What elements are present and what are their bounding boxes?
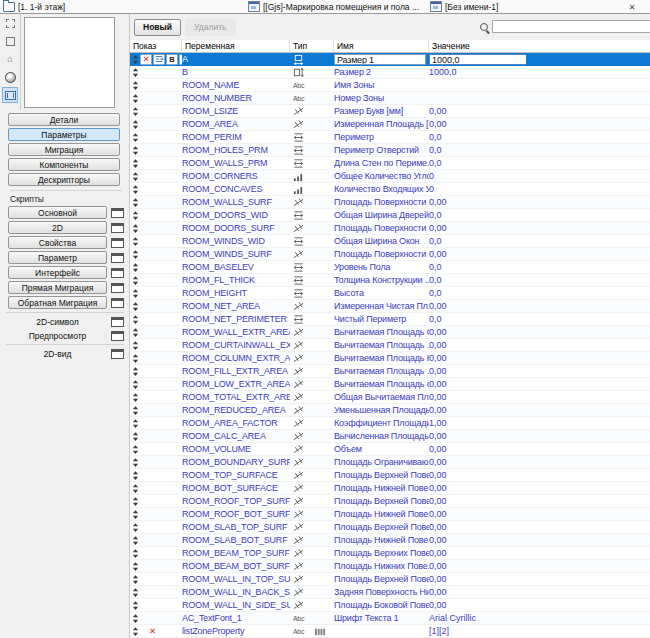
object-preview-pane[interactable] [24,17,115,108]
dashed-square-icon[interactable] [2,15,18,31]
table-row[interactable]: BРазмер 21000,0 [130,66,650,79]
3d-sphere-icon[interactable] [2,69,18,85]
table-row[interactable]: AC_TextFont_1AbcШрифт Текста 1Arial Cyri… [130,612,650,625]
column-header-show[interactable]: Показ [130,40,182,52]
delete-parameter-button[interactable]: Удалить [185,19,235,36]
script-master[interactable]: Основной [8,206,107,219]
parameter-variable: ROOM_PERIM [182,132,290,142]
table-row[interactable]: ROOM_TOTAL_EXTR_AREAОбщая Вычитаемая Пл.… [130,391,650,404]
script-properties[interactable]: Свойства [8,236,107,249]
table-row[interactable]: ROOM_WALL_IN_SIDE_SURFПлощадь Боковой По… [130,599,650,612]
table-row[interactable]: ROOM_REDUCED_AREAУменьшенная Площадь0,00 [130,404,650,417]
column-header-name[interactable]: Имя [334,40,429,52]
table-row[interactable]: ROOM_TOP_SURFACEПлощадь Верхней Пове...0… [130,469,650,482]
window-preview[interactable]: Предпросмотр [8,331,124,341]
window-2d-view[interactable]: 2D-вид [8,349,124,359]
script-2d[interactable]: 2D [8,221,107,234]
show-cell [130,275,182,286]
parameter-variable: ROOM_WINDS_WID [182,236,290,246]
table-row[interactable]: ROOM_AREAИзмеренная Площадь [...0,00 [130,118,650,131]
table-row[interactable]: ROOM_PERIMПериметр0,0 [130,131,650,144]
elevation-view-icon[interactable]: ⌂ [2,51,18,67]
table-row[interactable]: ROOM_DOORS_WIDОбщая Ширина Дверей0,0 [130,209,650,222]
parameter-name: Вычитаемая Площадь с... [334,379,429,389]
table-row[interactable]: ROOM_HOLES_PRMПериметр Отверстий0,0 [130,144,650,157]
open-window-icon[interactable] [111,268,124,278]
open-window-icon[interactable] [111,283,124,293]
table-row[interactable]: ✕listZonePropertyAbc[1][2] [130,625,650,638]
table-row[interactable]: ROOM_CORNERSОбщее Количество Углов0 [130,170,650,183]
column-header-type[interactable]: Тип [290,40,334,52]
2d-frame-icon[interactable] [2,87,18,103]
open-window-icon[interactable] [111,208,124,218]
table-row[interactable]: ROOM_WALL_EXTR_AREAВычитаемая Площадь С.… [130,326,650,339]
table-row[interactable]: ROOM_CURTAINWALL_EXTR_...Вычитаемая Площ… [130,339,650,352]
sidebar-item-parameters[interactable]: Параметры [8,128,120,141]
search-input[interactable] [492,20,650,33]
delete-parameter-x-icon[interactable]: ✕ [140,54,152,65]
name-edit-field[interactable]: Размер 1 [334,54,426,65]
open-window-icon[interactable] [111,298,124,308]
parameter-value: 1,00 [429,418,526,428]
parameter-value: 0,00 [429,340,526,350]
parameter-type-cell: Abc [290,628,314,635]
column-header-variable[interactable]: Переменная [182,40,290,52]
table-row[interactable]: ROOM_COLUMN_EXTR_AREAВычитаемая Площадь … [130,352,650,365]
table-row[interactable]: ROOM_SLAB_BOT_SURFПлощадь Нижней Пове...… [130,534,650,547]
square-icon[interactable] [2,33,18,49]
table-row[interactable]: ROOM_BEAM_TOP_SURFПлощадь Верхних Пове..… [130,547,650,560]
table-row[interactable]: ROOM_CONCAVESКоличество Входящих У...0 [130,183,650,196]
table-row[interactable]: ROOM_FL_THICKТолщина Конструкции ...0,0 [130,274,650,287]
table-row[interactable]: ROOM_LOW_EXTR_AREAВычитаемая Площадь с..… [130,378,650,391]
table-row[interactable]: ROOM_NUMBERAbcНомер Зоны [130,92,650,105]
sidebar-item-components[interactable]: Компоненты [8,158,120,171]
table-row[interactable]: ROOM_CALC_AREAВычисленная Площадь0,00 [130,430,650,443]
tab-floor-plan[interactable]: [1. 1-й этаж] [3,0,65,13]
new-parameter-button[interactable]: Новый [134,19,181,36]
table-row[interactable]: ROOM_BOT_SURFACEПлощадь Нижней Пове...0,… [130,482,650,495]
open-window-icon[interactable] [111,223,124,233]
real-type-icon [293,600,304,611]
length-type-icon [293,236,304,247]
open-window-icon[interactable] [111,253,124,263]
sidebar-item-descriptors[interactable]: Дескрипторы [8,173,120,186]
column-header-value[interactable]: Значение [429,40,526,52]
table-row[interactable]: ROOM_WALL_IN_BACK_SURFЗадняя Поверхность… [130,586,650,599]
close-icon[interactable]: ✕ [626,1,638,13]
sidebar-item-migration[interactable]: Миграция [8,143,120,156]
value-edit-field[interactable]: 1000,0 [429,54,526,65]
table-row[interactable]: ROOM_HEIGHTВысота0,0 [130,287,650,300]
table-row[interactable]: ROOM_WALLS_SURFПлощадь Поверхности ...0,… [130,196,650,209]
table-row[interactable]: ROOM_VOLUMEОбъем0,00 [130,443,650,456]
table-row[interactable]: ROOM_SLAB_TOP_SURFПлощадь Верхней Пове..… [130,521,650,534]
table-row[interactable]: ✕BUAРазмер 11000,0 [130,53,650,66]
script-forward-migration[interactable]: Прямая Миграция [8,281,107,294]
table-row[interactable]: ROOM_NAMEAbcИмя Зоны [130,79,650,92]
table-row[interactable]: ROOM_ROOF_TOP_SURFПлощадь Верхней Пове..… [130,495,650,508]
tab-untitled[interactable]: [Без имени-1] [430,0,498,13]
window-2d-symbol[interactable]: 2D-символ [8,317,124,327]
bold-toggle[interactable]: B [166,54,178,65]
tab-gdl-object[interactable]: [[Gjs]-Маркировка помещения и пола ... [248,0,419,13]
script-interface[interactable]: Интерфейс [8,266,107,279]
table-row[interactable]: ROOM_WALLS_PRMДлина Стен по Периме...0,0 [130,157,650,170]
table-row[interactable]: ROOM_NET_PERIMETERЧистый Периметр0,0 [130,313,650,326]
sidebar-item-details[interactable]: Детали [8,113,120,126]
table-row[interactable]: ROOM_NET_AREAИзмеренная Чистая Пл...0,00 [130,300,650,313]
table-row[interactable]: ROOM_AREA_FACTORКоэффициент Площади...1,… [130,417,650,430]
table-row[interactable]: ROOM_BASELEVУровень Пола0,0 [130,261,650,274]
table-row[interactable]: ROOM_WINDS_SURFПлощадь Поверхности ...0,… [130,248,650,261]
table-row[interactable]: ROOM_BOUNDARY_SURFПлощадь Ограничиваю...… [130,456,650,469]
table-row[interactable]: ROOM_BEAM_BOT_SURFПлощадь Нижних Пове...… [130,560,650,573]
open-window-icon[interactable] [111,238,124,248]
table-row[interactable]: ROOM_DOORS_SURFПлощадь Поверхности ...0,… [130,222,650,235]
script-backward-migration[interactable]: Обратная Миграция [8,296,107,309]
table-row[interactable]: ROOM_LSIZEРазмер Букв [мм]0,00 [130,105,650,118]
table-row[interactable]: ROOM_FILL_EXTR_AREAВычитаемая Площадь ..… [130,365,650,378]
table-row[interactable]: ROOM_WINDS_WIDОбщая Ширина Окон0,0 [130,235,650,248]
table-row[interactable]: ROOM_WALL_IN_TOP_SURFПлощадь Верхней Пов… [130,573,650,586]
table-row[interactable]: ROOM_ROOF_BOT_SURFПлощадь Нижней Пове...… [130,508,650,521]
script-parameter[interactable]: Параметр [8,251,107,264]
parameter-value: 0,0 [429,145,526,155]
display-option-icon[interactable] [153,54,165,65]
